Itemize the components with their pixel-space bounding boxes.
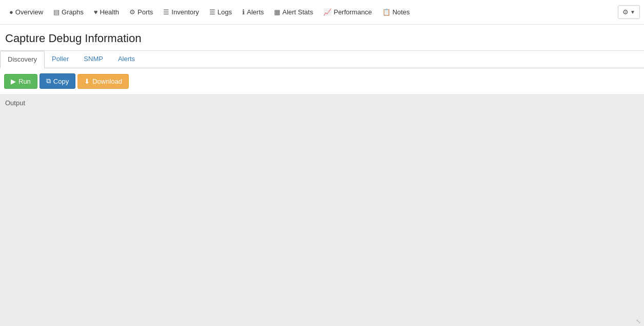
nav-item-health[interactable]: ♥ Health [89, 0, 124, 25]
nav-item-alert-stats[interactable]: ▦ Alert Stats [269, 0, 318, 25]
nav-items: ● Overview ▤ Graphs ♥ Health ⚙ Ports ☰ I… [4, 0, 618, 25]
nav-item-inventory[interactable]: ☰ Inventory [158, 0, 204, 25]
nav-item-logs[interactable]: ☰ Logs [204, 0, 237, 25]
copy-button-label: Copy [53, 78, 69, 85]
ports-icon: ⚙ [129, 8, 135, 16]
gear-icon: ⚙ [622, 8, 629, 16]
notes-icon: 📋 [382, 8, 391, 16]
nav-label-alert-stats: Alert Stats [282, 8, 313, 16]
settings-button[interactable]: ⚙ ▼ [618, 5, 640, 19]
logs-icon: ☰ [209, 8, 216, 16]
graphs-icon: ▤ [53, 8, 60, 16]
nav-item-notes[interactable]: 📋 Notes [377, 0, 415, 25]
nav-item-performance[interactable]: 📈 Performance [318, 0, 377, 25]
nav-item-overview[interactable]: ● Overview [4, 0, 48, 25]
alerts-icon: ℹ [242, 8, 245, 16]
copy-button[interactable]: ⧉ Copy [40, 73, 75, 89]
top-nav: ● Overview ▤ Graphs ♥ Health ⚙ Ports ☰ I… [0, 0, 644, 25]
health-icon: ♥ [94, 8, 98, 16]
inventory-icon: ☰ [163, 8, 169, 16]
tab-alerts[interactable]: Alerts [111, 51, 143, 68]
tab-snmp[interactable]: SNMP [76, 51, 111, 68]
run-button[interactable]: ▶ Run [4, 74, 37, 89]
resize-handle[interactable]: ⤡ [636, 318, 642, 324]
page-title: Capture Debug Information [0, 25, 644, 51]
nav-label-inventory: Inventory [171, 8, 199, 16]
nav-label-ports: Ports [138, 8, 153, 16]
run-button-label: Run [18, 78, 31, 85]
nav-label-graphs: Graphs [62, 8, 84, 16]
settings-dropdown-icon: ▼ [630, 9, 635, 15]
download-icon: ⬇ [84, 78, 90, 85]
download-button[interactable]: ⬇ Download [77, 74, 129, 89]
nav-label-notes: Notes [393, 8, 410, 16]
nav-label-performance: Performance [334, 8, 372, 16]
nav-label-overview: Overview [15, 8, 43, 16]
output-label: Output [5, 99, 25, 107]
copy-icon: ⧉ [46, 77, 51, 85]
tab-poller[interactable]: Poller [45, 51, 76, 68]
play-icon: ▶ [11, 78, 16, 85]
nav-label-health: Health [100, 8, 119, 16]
nav-label-alerts: Alerts [247, 8, 264, 16]
nav-item-ports[interactable]: ⚙ Ports [124, 0, 158, 25]
download-button-label: Download [92, 78, 122, 85]
output-area: Output [0, 94, 644, 326]
nav-item-alerts[interactable]: ℹ Alerts [237, 0, 269, 25]
nav-label-logs: Logs [218, 8, 232, 16]
sub-tabs: Discovery Poller SNMP Alerts [0, 51, 644, 68]
performance-icon: 📈 [323, 8, 331, 16]
overview-icon: ● [9, 8, 13, 16]
action-bar: ▶ Run ⧉ Copy ⬇ Download [0, 68, 644, 94]
tab-discovery[interactable]: Discovery [0, 51, 45, 68]
alert-stats-icon: ▦ [274, 8, 280, 16]
nav-item-graphs[interactable]: ▤ Graphs [48, 0, 89, 25]
